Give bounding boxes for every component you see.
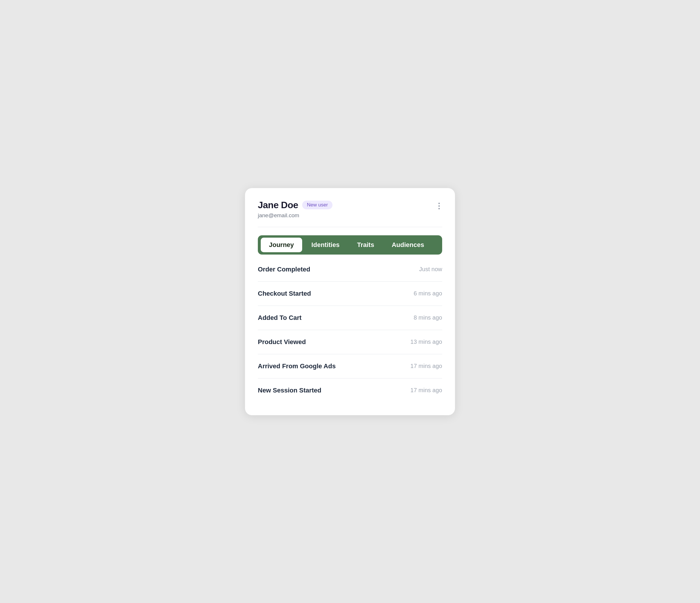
tab-journey[interactable]: Journey xyxy=(261,237,302,252)
user-name: Jane Doe xyxy=(258,200,298,210)
journey-event-name: Product Viewed xyxy=(258,338,306,346)
tab-audiences[interactable]: Audiences xyxy=(383,237,432,252)
profile-name-row: Jane Doe New user xyxy=(258,200,332,210)
journey-event-name: Order Completed xyxy=(258,266,310,273)
journey-list: Order CompletedJust nowCheckout Started6… xyxy=(258,257,442,402)
journey-event-row[interactable]: Product Viewed13 mins ago xyxy=(258,330,442,354)
user-email: jane@email.com xyxy=(258,212,332,219)
journey-event-time: 17 mins ago xyxy=(410,387,442,394)
profile-info: Jane Doe New user jane@email.com xyxy=(258,200,332,219)
more-options-button[interactable] xyxy=(436,201,442,210)
tab-bar: Journey Identities Traits Audiences xyxy=(258,235,442,255)
journey-event-row[interactable]: Added To Cart8 mins ago xyxy=(258,306,442,330)
profile-header: Jane Doe New user jane@email.com xyxy=(258,200,442,219)
more-dot-1 xyxy=(439,203,440,204)
new-user-badge: New user xyxy=(302,201,332,209)
journey-event-row[interactable]: Checkout Started6 mins ago xyxy=(258,282,442,306)
journey-event-name: Arrived From Google Ads xyxy=(258,362,336,370)
tab-identities[interactable]: Identities xyxy=(303,237,348,252)
journey-event-time: 13 mins ago xyxy=(410,338,442,345)
journey-event-row[interactable]: Arrived From Google Ads17 mins ago xyxy=(258,354,442,378)
journey-event-time: 8 mins ago xyxy=(414,314,442,321)
journey-event-time: 6 mins ago xyxy=(414,290,442,297)
journey-event-row[interactable]: Order CompletedJust now xyxy=(258,257,442,281)
tab-traits[interactable]: Traits xyxy=(349,237,382,252)
journey-event-name: Added To Cart xyxy=(258,314,302,322)
journey-event-time: 17 mins ago xyxy=(410,363,442,370)
more-dot-2 xyxy=(439,205,440,207)
journey-event-name: Checkout Started xyxy=(258,290,311,297)
journey-event-name: New Session Started xyxy=(258,387,321,394)
user-profile-card: Jane Doe New user jane@email.com Journey… xyxy=(245,188,455,415)
journey-event-time: Just now xyxy=(419,266,442,273)
more-dot-3 xyxy=(439,208,440,209)
journey-event-row[interactable]: New Session Started17 mins ago xyxy=(258,378,442,402)
